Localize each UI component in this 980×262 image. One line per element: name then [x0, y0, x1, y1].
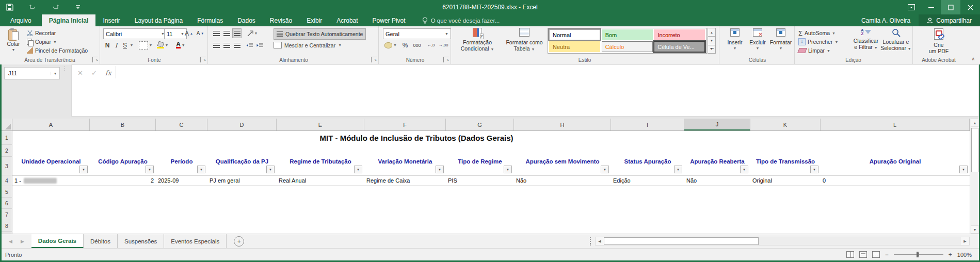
- merge-center-button[interactable]: Mesclar e Centralizar▼: [274, 40, 366, 50]
- filter-dropdown-icon[interactable]: ▼: [146, 166, 154, 173]
- ribbon-tab-pagina-inicial[interactable]: Página Inicial: [42, 14, 96, 26]
- sheet-title-cell[interactable]: MIT - Módulo de Inclusão de Tributos (Da…: [12, 131, 821, 145]
- collapse-ribbon-icon[interactable]: ∧: [971, 56, 975, 61]
- gallery-scroll-down-icon[interactable]: ▼: [708, 37, 716, 45]
- page-layout-view-icon[interactable]: [859, 251, 867, 258]
- data-cell-k4[interactable]: Original: [750, 175, 821, 186]
- empty-row-cells[interactable]: [12, 220, 970, 232]
- number-format-select[interactable]: Geral▼: [383, 28, 451, 39]
- gallery-scroll-up-icon[interactable]: ▲: [708, 28, 716, 37]
- decrease-indent-button[interactable]: [245, 40, 253, 50]
- cut-button[interactable]: Recortar: [27, 29, 56, 37]
- empty-row-cells[interactable]: [12, 198, 970, 209]
- column-header-h[interactable]: H: [514, 119, 611, 130]
- column-header-e[interactable]: E: [277, 119, 364, 130]
- create-pdf-button[interactable]: Crie um PDF: [925, 28, 953, 54]
- filter-dropdown-icon[interactable]: ▼: [674, 166, 682, 173]
- zoom-slider-handle[interactable]: [917, 252, 919, 257]
- ribbon-tab-inserir[interactable]: Inserir: [95, 14, 127, 26]
- sheet-tab-debitos[interactable]: Débitos: [84, 234, 118, 248]
- zoom-slider[interactable]: [894, 254, 943, 255]
- horizontal-scroll-thumb[interactable]: [604, 237, 759, 245]
- ribbon-tab-formulas[interactable]: Fórmulas: [190, 14, 230, 26]
- data-cell-e4[interactable]: Real Anual: [277, 175, 364, 186]
- cell-style-neutra[interactable]: Neutra: [549, 41, 600, 52]
- close-icon[interactable]: [960, 0, 980, 14]
- data-cell-i4[interactable]: Edição: [611, 175, 684, 186]
- column-header-j[interactable]: J: [684, 119, 750, 130]
- page-break-view-icon[interactable]: [872, 251, 880, 258]
- row-header-7[interactable]: 7: [2, 209, 12, 220]
- insert-cells-button[interactable]: Inserir▼: [725, 28, 745, 52]
- column-header-l[interactable]: L: [821, 119, 970, 130]
- sort-filter-button[interactable]: AZ Classificar e Filtrar ▼: [851, 28, 881, 51]
- name-box-dropdown-icon[interactable]: ▼: [51, 72, 59, 75]
- column-header-f[interactable]: F: [364, 119, 446, 130]
- autosum-button[interactable]: Σ AutoSoma▼: [798, 29, 836, 37]
- paste-button[interactable]: Colar▼: [3, 28, 24, 53]
- increase-indent-button[interactable]: [255, 40, 264, 50]
- decrease-decimal-button[interactable]: →,00: [438, 40, 449, 50]
- formula-bar-splitter[interactable]: ⋮: [61, 67, 68, 79]
- data-cell-j4[interactable]: Não: [684, 175, 750, 186]
- new-sheet-button[interactable]: +: [234, 236, 244, 247]
- scroll-up-icon[interactable]: ▲: [971, 119, 979, 127]
- filter-dropdown-icon[interactable]: ▼: [504, 166, 512, 173]
- tab-scroll-splitter[interactable]: [590, 237, 591, 245]
- data-cell-f4[interactable]: Regime de Caixa: [364, 175, 446, 186]
- cell-style-celula-de-ve[interactable]: Célula de Ve...: [654, 41, 705, 52]
- filter-dropdown-icon[interactable]: ▼: [354, 166, 362, 173]
- dialog-launcher-icon[interactable]: ↘: [443, 57, 449, 62]
- align-top-button[interactable]: [212, 28, 221, 38]
- data-cell-c4[interactable]: 2025-09: [156, 175, 207, 186]
- align-left-button[interactable]: [212, 40, 221, 50]
- cell-style-incorreto[interactable]: Incorreto: [654, 29, 705, 40]
- filter-dropdown-icon[interactable]: ▼: [436, 166, 444, 173]
- dialog-launcher-icon[interactable]: ↘: [92, 57, 98, 62]
- percent-style-button[interactable]: %: [400, 40, 410, 50]
- cell-style-normal[interactable]: Normal: [549, 29, 600, 40]
- ribbon-tab-exibir[interactable]: Exibir: [299, 14, 329, 26]
- scroll-right-icon[interactable]: ▶: [961, 237, 969, 245]
- formula-input[interactable]: [71, 64, 979, 117]
- select-all-corner[interactable]: [2, 119, 12, 130]
- underline-dropdown[interactable]: ▼: [129, 40, 134, 50]
- cell-style-calculo[interactable]: Cálculo: [602, 41, 653, 52]
- horizontal-scrollbar[interactable]: ◀ ▶: [595, 237, 970, 245]
- row-header-6[interactable]: 6: [2, 198, 12, 209]
- data-cell-g4[interactable]: PIS: [446, 175, 514, 186]
- accounting-format-button[interactable]: ▼: [383, 40, 398, 50]
- format-painter-button[interactable]: Pincel de Formatação: [27, 46, 88, 55]
- borders-button[interactable]: ▼: [138, 40, 153, 50]
- filter-dropdown-icon[interactable]: ▼: [959, 166, 968, 173]
- column-header-k[interactable]: K: [750, 119, 821, 130]
- filter-dropdown-icon[interactable]: ▼: [740, 166, 748, 173]
- vertical-scroll-thumb[interactable]: [971, 128, 978, 172]
- align-bottom-button[interactable]: [232, 28, 242, 38]
- column-header-c[interactable]: C: [156, 119, 207, 130]
- ribbon-tab-acrobat[interactable]: Acrobat: [329, 14, 365, 26]
- italic-button[interactable]: I: [113, 40, 120, 50]
- filter-dropdown-icon[interactable]: ▼: [197, 166, 205, 173]
- share-button[interactable]: Compartilhar: [919, 14, 980, 26]
- format-as-table-button[interactable]: Formatar como Tabela ▼: [502, 28, 547, 53]
- empty-row-cells[interactable]: [12, 145, 970, 157]
- empty-row-cells[interactable]: [12, 186, 970, 198]
- sheet-tab-suspensoes[interactable]: Suspensões: [118, 234, 164, 248]
- ribbon-tab-dados[interactable]: Dados: [230, 14, 263, 26]
- zoom-in-icon[interactable]: +: [949, 251, 952, 258]
- zoom-level[interactable]: 100%: [957, 252, 972, 258]
- row-header-3[interactable]: 3: [2, 157, 12, 175]
- bold-button[interactable]: N: [103, 40, 111, 50]
- cell-style-bom[interactable]: Bom: [602, 29, 653, 40]
- orientation-button[interactable]: ▼: [245, 28, 260, 38]
- increase-font-button[interactable]: A▲: [184, 28, 194, 38]
- column-header-i[interactable]: I: [611, 119, 684, 130]
- vertical-scrollbar[interactable]: ▲ ▼: [970, 119, 979, 234]
- ribbon-tab-revisao[interactable]: Revisão: [263, 14, 299, 26]
- filter-dropdown-icon[interactable]: ▼: [810, 166, 818, 173]
- data-cell-l4[interactable]: 0: [821, 175, 970, 186]
- filter-dropdown-icon[interactable]: ▼: [79, 166, 88, 173]
- fill-button[interactable]: ↓ Preencher▼: [798, 38, 838, 46]
- filter-dropdown-icon[interactable]: ▼: [266, 166, 275, 173]
